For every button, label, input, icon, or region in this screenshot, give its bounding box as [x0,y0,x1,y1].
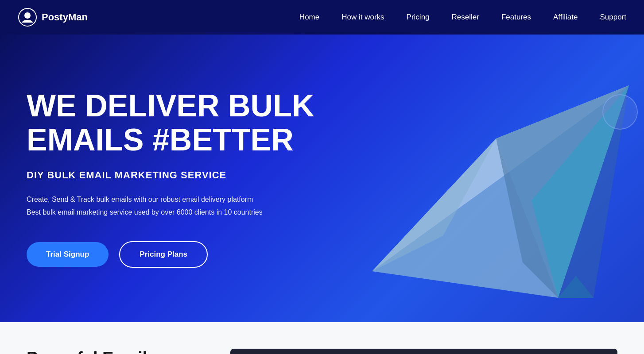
logo-icon [18,8,37,27]
pricing-plans-button[interactable]: Pricing Plans [119,241,208,268]
hero-desc-line2: Best bulk email marketing service used b… [27,206,328,219]
hero-section: WE DELIVER BULK EMAILS #BETTER DIY BULK … [0,35,644,322]
below-hero-section: Powerful Email Marketing Tool PostyMan D… [0,322,644,354]
hero-subtitle: DIY BULK EMAIL MARKETING SERVICE [27,169,328,181]
hero-desc-line1: Create, Send & Track bulk emails with ou… [27,193,328,206]
brand-logo[interactable]: PostyMan [18,8,88,27]
paper-plane-icon [328,50,638,307]
nav-links: Home How it works Pricing Reseller Featu… [299,13,626,22]
nav-reseller[interactable]: Reseller [452,13,479,21]
hero-content: WE DELIVER BULK EMAILS #BETTER DIY BULK … [27,89,328,268]
dashboard-preview: PostyMan Dashboard Lists Campaigns Repor… [230,349,617,354]
trial-signup-button[interactable]: Trial Signup [27,242,109,267]
nav-home[interactable]: Home [299,13,319,21]
nav-affiliate[interactable]: Affiliate [553,13,578,21]
navbar: PostyMan Home How it works Pricing Resel… [0,0,644,35]
nav-pricing[interactable]: Pricing [407,13,430,21]
section-heading: Powerful Email Marketing Tool [27,349,204,354]
deco-circle [602,94,638,130]
svg-point-1 [24,12,31,19]
hero-buttons: Trial Signup Pricing Plans [27,241,328,268]
brand-name: PostyMan [42,12,88,23]
nav-how-it-works[interactable]: How it works [341,13,384,21]
nav-support[interactable]: Support [600,13,626,21]
nav-features[interactable]: Features [501,13,531,21]
hero-description: Create, Send & Track bulk emails with ou… [27,193,328,219]
hero-title: WE DELIVER BULK EMAILS #BETTER [27,89,328,157]
hero-illustration [328,68,638,289]
